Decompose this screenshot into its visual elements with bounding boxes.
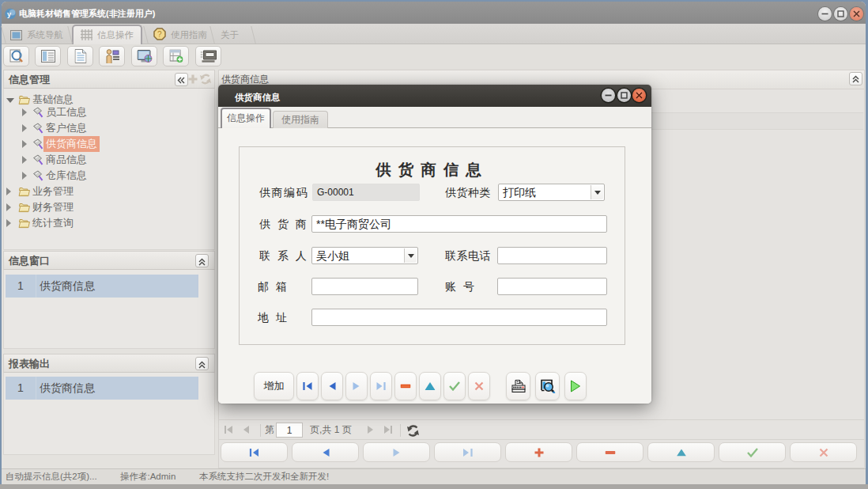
svg-text:?: ? [157, 30, 162, 39]
svg-text:y: y [7, 10, 12, 18]
